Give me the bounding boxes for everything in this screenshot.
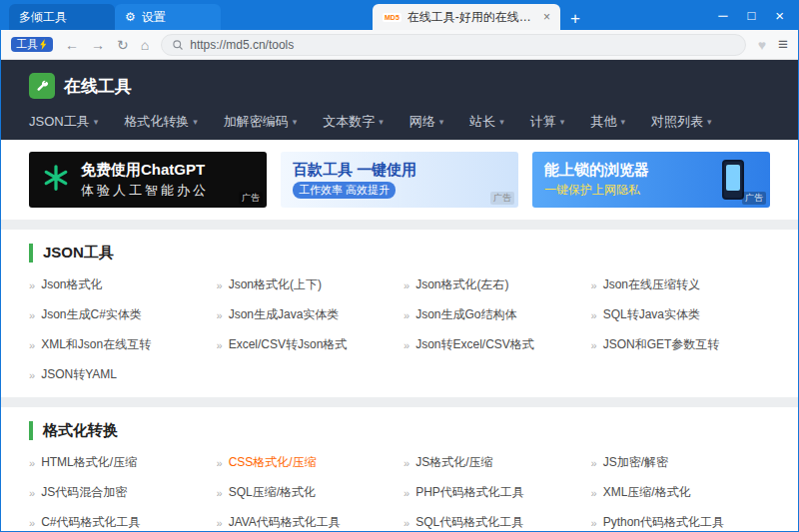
bullet-icon: » — [29, 487, 35, 499]
tool-link[interactable]: »HTML格式化/压缩 — [29, 454, 209, 471]
tool-link[interactable]: »JS格式化/压缩 — [403, 454, 583, 471]
tool-link-label: XML和Json在线互转 — [41, 336, 151, 353]
bullet-icon: » — [591, 309, 597, 321]
nav-item-6[interactable]: 计算▾ — [530, 113, 565, 131]
tool-link-label: CSS格式化/压缩 — [229, 454, 317, 471]
tool-link[interactable]: »PHP代码格式化工具 — [403, 484, 583, 501]
window-controls: ─ □ × — [718, 0, 784, 30]
tool-link[interactable]: »JSON和GET参数互转 — [591, 336, 771, 353]
tool-link[interactable]: »Json生成C#实体类 — [29, 306, 209, 323]
tool-link-label: JSON转YAML — [41, 366, 117, 383]
tool-link-label: Json在线压缩转义 — [603, 276, 700, 293]
nav-item-label: 加解密编码 — [224, 113, 289, 131]
tool-link-grid: »HTML格式化/压缩»CSS格式化/压缩»JS格式化/压缩»JS加密/解密»J… — [29, 454, 770, 531]
tool-link-label: SQL代码格式化工具 — [415, 514, 523, 531]
tool-link[interactable]: »Python代码格式化工具 — [591, 514, 771, 531]
favorite-heart-icon[interactable]: ♥ — [758, 37, 766, 53]
chevron-down-icon: ▾ — [560, 117, 565, 127]
nav-item-label: 其他 — [590, 113, 616, 131]
tool-link[interactable]: »JAVA代码格式化工具 — [217, 514, 397, 531]
lightning-icon — [40, 39, 48, 50]
refresh-button[interactable]: ↻ — [117, 38, 129, 52]
tool-link[interactable]: »Json格式化(上下) — [217, 276, 397, 293]
ad-line2: 一键保护上网隐私 — [544, 182, 649, 199]
tool-link-label: Json格式化 — [41, 276, 102, 293]
tool-link[interactable]: »JSON转YAML — [29, 366, 209, 383]
chevron-down-icon: ▾ — [439, 117, 444, 127]
tool-link-label: JS加密/解密 — [603, 454, 668, 471]
tool-link[interactable]: »Json格式化(左右) — [403, 276, 583, 293]
nav-item-3[interactable]: 文本数字▾ — [323, 113, 384, 131]
browser-window: 多倾工具 ⚙ 设置 MD5 在线工具-好用的在线工具都... × + ─ □ ×… — [0, 0, 799, 532]
ad-text: 百款工具 一键使用 工作效率 高效提升 — [293, 161, 416, 199]
tab-multi-tools[interactable]: 多倾工具 — [9, 4, 115, 30]
tool-link[interactable]: »JS加密/解密 — [591, 454, 771, 471]
tools-badge[interactable]: 工具 — [11, 37, 53, 52]
back-button[interactable]: ← — [65, 38, 79, 52]
minimize-button[interactable]: ─ — [718, 9, 727, 22]
tool-link[interactable]: »SQL压缩/格式化 — [217, 484, 397, 501]
bullet-icon: » — [29, 517, 35, 529]
tool-link[interactable]: »JS代码混合加密 — [29, 484, 209, 501]
ad-line2: 工作效率 高效提升 — [293, 182, 396, 199]
tools-badge-label: 工具 — [16, 39, 38, 50]
ad-chatgpt[interactable]: 免费使用ChatGPT 体验人工智能办公 广告 — [29, 152, 267, 208]
page-content: 在线工具 JSON工具▾格式化转换▾加解密编码▾文本数字▾网络▾站长▾计算▾其他… — [1, 60, 798, 531]
tool-link[interactable]: »Json生成Go结构体 — [403, 306, 583, 323]
nav-item-8[interactable]: 对照列表▾ — [651, 113, 712, 131]
nav-item-1[interactable]: 格式化转换▾ — [124, 113, 198, 131]
nav-item-label: 对照列表 — [651, 113, 703, 131]
bullet-icon: » — [217, 517, 223, 529]
bullet-icon: » — [403, 487, 409, 499]
bullet-icon: » — [29, 279, 35, 291]
tool-link[interactable]: »Json生成Java实体类 — [217, 306, 397, 323]
tool-link[interactable]: »SQL转Java实体类 — [591, 306, 771, 323]
ad-banners: 免费使用ChatGPT 体验人工智能办公 广告 百款工具 一键使用 工作效率 高… — [1, 140, 798, 220]
bullet-icon: » — [217, 339, 223, 351]
tab-close-icon[interactable]: × — [543, 10, 550, 24]
forward-button[interactable]: → — [91, 38, 105, 52]
ad-tools[interactable]: 百款工具 一键使用 工作效率 高效提升 广告 — [281, 152, 518, 208]
nav-item-5[interactable]: 站长▾ — [469, 113, 504, 131]
tab-label: 多倾工具 — [19, 9, 105, 26]
menu-icon[interactable]: ≡ — [778, 35, 788, 55]
tab-online-tools[interactable]: MD5 在线工具-好用的在线工具都... × — [373, 4, 560, 30]
maximize-button[interactable]: □ — [747, 9, 755, 22]
tool-link[interactable]: »SQL代码格式化工具 — [403, 514, 583, 531]
tool-link[interactable]: »Excel/CSV转Json格式 — [217, 336, 397, 353]
chevron-down-icon: ▾ — [293, 117, 298, 127]
tool-link-label: JS格式化/压缩 — [415, 454, 492, 471]
tool-link[interactable]: »Json在线压缩转义 — [591, 276, 771, 293]
main-nav: JSON工具▾格式化转换▾加解密编码▾文本数字▾网络▾站长▾计算▾其他▾对照列表… — [29, 104, 770, 140]
address-bar[interactable]: https://md5.cn/tools — [161, 34, 746, 56]
bullet-icon: » — [591, 517, 597, 529]
tool-link[interactable]: »Json格式化 — [29, 276, 209, 293]
bullet-icon: » — [403, 309, 409, 321]
gear-icon: ⚙ — [125, 10, 136, 24]
bullet-icon: » — [29, 339, 35, 351]
nav-item-label: 站长 — [469, 113, 495, 131]
tool-link[interactable]: »C#代码格式化工具 — [29, 514, 209, 531]
new-tab-button[interactable]: + — [570, 10, 580, 27]
nav-item-4[interactable]: 网络▾ — [409, 113, 444, 131]
ad-browser[interactable]: 能上锁的浏览器 一键保护上网隐私 广告 — [532, 152, 770, 208]
tab-label: 在线工具-好用的在线工具都... — [407, 9, 537, 26]
tool-link[interactable]: »Json转Excel/CSV格式 — [403, 336, 583, 353]
close-button[interactable]: × — [775, 8, 784, 23]
tool-link-label: JS代码混合加密 — [41, 484, 127, 501]
tab-settings[interactable]: ⚙ 设置 — [115, 4, 221, 30]
chevron-down-icon: ▾ — [379, 117, 384, 127]
ad-line1: 免费使用ChatGPT — [81, 161, 209, 180]
tool-link-label: Json生成Go结构体 — [415, 306, 516, 323]
tool-link-label: Json转Excel/CSV格式 — [415, 336, 534, 353]
tool-link[interactable]: »CSS格式化/压缩 — [217, 454, 397, 471]
bullet-icon: » — [217, 279, 223, 291]
tab-bar: 多倾工具 ⚙ 设置 MD5 在线工具-好用的在线工具都... × + ─ □ × — [1, 0, 798, 30]
home-button[interactable]: ⌂ — [141, 38, 149, 52]
nav-item-2[interactable]: 加解密编码▾ — [224, 113, 298, 131]
nav-item-7[interactable]: 其他▾ — [590, 113, 625, 131]
tool-link[interactable]: »XML压缩/格式化 — [591, 484, 771, 501]
tool-link-grid: »Json格式化»Json格式化(上下)»Json格式化(左右)»Json在线压… — [29, 276, 770, 383]
tool-link[interactable]: »XML和Json在线互转 — [29, 336, 209, 353]
nav-item-0[interactable]: JSON工具▾ — [29, 113, 98, 131]
